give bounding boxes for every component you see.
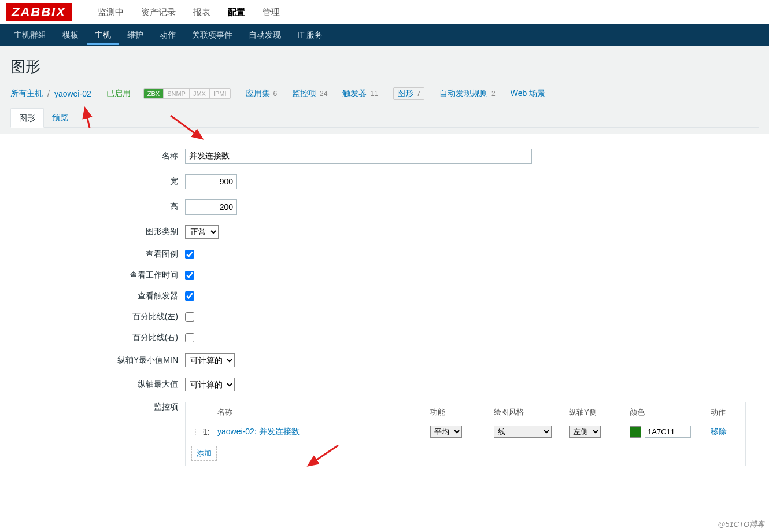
select-ymin[interactable]: 可计算的 <box>185 353 235 367</box>
link-discovery[interactable]: 自动发现规则 <box>439 88 488 98</box>
subnav-hosts[interactable]: 主机 <box>87 25 119 45</box>
top-nav-monitoring[interactable]: 监测中 <box>89 1 132 24</box>
th-name: 名称 <box>217 407 430 418</box>
count-triggers: 11 <box>370 90 378 98</box>
top-nav-admin[interactable]: 管理 <box>254 1 289 24</box>
color-swatch[interactable] <box>630 426 641 438</box>
items-header: 名称 功能 绘图风格 纵轴Y侧 颜色 动作 <box>186 402 745 422</box>
select-axis[interactable]: 左侧 <box>569 426 601 438</box>
label-name: 名称 <box>12 151 185 161</box>
link-triggers[interactable]: 触发器 <box>342 88 367 98</box>
th-color: 颜色 <box>630 407 711 418</box>
add-item-button[interactable]: 添加 <box>191 446 217 461</box>
breadcrumb: 所有主机 / yaowei-02 已启用 ZBX SNMP JMX IPMI 应… <box>10 87 759 100</box>
subnav-itservices[interactable]: IT 服务 <box>289 25 331 45</box>
chk-percentright[interactable] <box>185 333 194 342</box>
page-header: 图形 所有主机 / yaowei-02 已启用 ZBX SNMP JMX IPM… <box>0 46 769 134</box>
tag-snmp: SNMP <box>163 89 189 98</box>
th-axis: 纵轴Y侧 <box>569 407 630 418</box>
input-name[interactable] <box>185 149 532 164</box>
status-enabled: 已启用 <box>106 88 131 99</box>
label-worktime: 查看工作时间 <box>12 270 185 280</box>
label-items: 监控项 <box>12 402 185 412</box>
link-graphs-boxed[interactable]: 图形 7 <box>393 87 425 100</box>
th-style: 绘图风格 <box>494 407 569 418</box>
remove-link[interactable]: 移除 <box>711 427 727 436</box>
breadcrumb-host[interactable]: yaowei-02 <box>54 89 91 98</box>
chk-worktime[interactable] <box>185 271 194 280</box>
sub-nav: 主机群组 模板 主机 维护 动作 关联项事件 自动发现 IT 服务 <box>0 24 769 46</box>
th-func: 功能 <box>430 407 494 418</box>
select-type[interactable]: 正常 <box>185 225 219 239</box>
page-title: 图形 <box>10 57 759 77</box>
tabs: 图形 预览 <box>10 108 759 128</box>
subnav-discovery[interactable]: 自动发现 <box>241 25 289 45</box>
top-nav-reports[interactable]: 报表 <box>184 1 219 24</box>
logo-bar: ZABBIX 监测中 资产记录 报表 配置 管理 <box>0 0 769 24</box>
item-name-link[interactable]: yaowei-02: 并发连接数 <box>217 427 300 436</box>
count-applications: 6 <box>273 90 277 98</box>
label-ymax: 纵轴最大值 <box>12 379 185 390</box>
input-color[interactable] <box>645 426 691 438</box>
tab-preview[interactable]: 预览 <box>44 108 76 127</box>
form-area: 名称 宽 高 图形类别 正常 查看图例 查看工作时间 查看触发器 百分比线(左)… <box>0 134 769 491</box>
label-height: 高 <box>12 202 185 212</box>
top-nav-inventory[interactable]: 资产记录 <box>132 1 184 24</box>
chk-triggers[interactable] <box>185 291 194 301</box>
breadcrumb-allhosts[interactable]: 所有主机 <box>10 88 43 99</box>
top-nav-config[interactable]: 配置 <box>219 1 254 24</box>
items-table: 名称 功能 绘图风格 纵轴Y侧 颜色 动作 ⋮⋮ 1: yaowei-02: 并… <box>185 402 746 466</box>
tag-jmx: JMX <box>189 89 209 98</box>
tag-ipmi: IPMI <box>209 89 230 98</box>
subnav-maintenance[interactable]: 维护 <box>119 25 151 45</box>
label-legend: 查看图例 <box>12 249 185 260</box>
select-func[interactable]: 平均 <box>430 426 462 438</box>
tab-graph[interactable]: 图形 <box>10 108 44 128</box>
subnav-templates[interactable]: 模板 <box>54 25 87 45</box>
chk-legend[interactable] <box>185 250 194 259</box>
select-style[interactable]: 线 <box>494 426 552 438</box>
label-type: 图形类别 <box>12 227 185 237</box>
interface-tags: ZBX SNMP JMX IPMI <box>143 88 231 99</box>
items-row: ⋮⋮ 1: yaowei-02: 并发连接数 平均 线 左侧 移除 <box>186 422 745 441</box>
label-percentleft: 百分比线(左) <box>12 312 185 322</box>
link-applications[interactable]: 应用集 <box>246 88 270 98</box>
tag-zbx: ZBX <box>144 89 163 98</box>
subnav-hostgroups[interactable]: 主机群组 <box>6 25 54 45</box>
breadcrumb-sep: / <box>47 89 50 98</box>
count-discovery: 2 <box>491 90 496 98</box>
label-percentright: 百分比线(右) <box>12 332 185 343</box>
top-nav: 监测中 资产记录 报表 配置 管理 <box>89 1 289 24</box>
link-web[interactable]: Web 场景 <box>511 88 545 98</box>
chk-percentleft[interactable] <box>185 312 194 322</box>
link-items[interactable]: 监控项 <box>292 88 316 98</box>
input-width[interactable] <box>185 174 237 189</box>
row-index: 1: <box>203 427 217 437</box>
label-ymin: 纵轴Y最小值MIN <box>12 355 185 365</box>
input-height[interactable] <box>185 200 237 215</box>
count-items: 24 <box>320 90 327 98</box>
label-width: 宽 <box>12 176 185 187</box>
th-action: 动作 <box>711 407 740 418</box>
subnav-actions[interactable]: 动作 <box>151 25 184 45</box>
label-triggers: 查看触发器 <box>12 291 185 301</box>
drag-handle-icon[interactable]: ⋮⋮ <box>191 427 203 437</box>
logo: ZABBIX <box>6 3 72 21</box>
select-ymax[interactable]: 可计算的 <box>185 378 235 391</box>
